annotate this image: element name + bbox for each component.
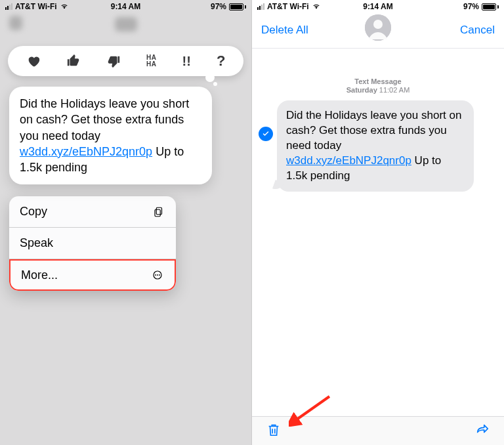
blurred-nav-bar bbox=[0, 12, 251, 37]
delete-all-button[interactable]: Delete All bbox=[261, 24, 308, 37]
meta-time: 11:02 AM bbox=[379, 86, 410, 94]
menu-item-label: Speak bbox=[20, 236, 53, 250]
copy-icon bbox=[152, 206, 165, 218]
selected-checkmark-icon[interactable] bbox=[259, 127, 273, 141]
right-screenshot: AT&T Wi-Fi 9:14 AM 97% Delete All Cancel… bbox=[252, 0, 504, 445]
svg-rect-1 bbox=[155, 209, 160, 217]
menu-item-speak[interactable]: Speak bbox=[9, 228, 176, 259]
tapback-reaction-bar[interactable]: HAHA !! ? bbox=[8, 46, 243, 76]
context-menu: Copy Speak More... bbox=[9, 196, 176, 291]
menu-item-copy[interactable]: Copy bbox=[9, 196, 176, 228]
message-link[interactable]: w3dd.xyz/eEbNPJ2qnr0p bbox=[20, 145, 152, 158]
more-icon bbox=[151, 269, 164, 281]
question-icon[interactable]: ? bbox=[217, 53, 225, 70]
left-screenshot: AT&T Wi-Fi 9:14 AM 97% HAHA !! ? Did the… bbox=[0, 0, 252, 445]
message-bubble[interactable]: Did the Holidays leave you short on cash… bbox=[277, 100, 474, 192]
trash-button[interactable] bbox=[266, 423, 281, 440]
message-text-pre: Did the Holidays leave you short on cash… bbox=[286, 109, 461, 152]
svg-point-5 bbox=[159, 275, 160, 276]
status-bar: AT&T Wi-Fi 9:14 AM 97% bbox=[0, 0, 251, 12]
message-metadata: Text Message Saturday 11:02 AM bbox=[252, 77, 504, 94]
message-text-pre: Did the Holidays leave you short on cash… bbox=[20, 97, 189, 142]
svg-rect-0 bbox=[156, 207, 161, 215]
heart-icon[interactable] bbox=[26, 54, 41, 68]
menu-item-label: More... bbox=[21, 268, 58, 282]
thumbs-down-icon[interactable] bbox=[106, 54, 121, 68]
svg-point-7 bbox=[373, 20, 383, 29]
clock-label: 9:14 AM bbox=[0, 2, 251, 11]
message-bubble[interactable]: Did the Holidays leave you short on cash… bbox=[9, 87, 212, 184]
status-bar: AT&T Wi-Fi 9:14 AM 97% bbox=[252, 0, 504, 12]
menu-item-more[interactable]: More... bbox=[9, 259, 176, 291]
clock-label: 9:14 AM bbox=[252, 2, 504, 11]
thumbs-up-icon[interactable] bbox=[66, 54, 81, 68]
message-selection-row[interactable]: Did the Holidays leave you short on cash… bbox=[252, 94, 504, 192]
bottom-toolbar bbox=[252, 416, 504, 445]
cancel-button[interactable]: Cancel bbox=[460, 24, 495, 37]
meta-label: Text Message bbox=[252, 77, 504, 85]
svg-point-4 bbox=[157, 275, 158, 276]
forward-button[interactable] bbox=[475, 423, 490, 440]
menu-item-label: Copy bbox=[20, 205, 47, 219]
message-link[interactable]: w3dd.xyz/eEbNPJ2qnr0p bbox=[286, 154, 411, 167]
meta-day: Saturday bbox=[346, 86, 377, 94]
exclaim-icon[interactable]: !! bbox=[182, 54, 191, 69]
haha-icon[interactable]: HAHA bbox=[146, 54, 156, 68]
contact-avatar[interactable] bbox=[365, 14, 391, 41]
svg-point-3 bbox=[155, 275, 156, 276]
